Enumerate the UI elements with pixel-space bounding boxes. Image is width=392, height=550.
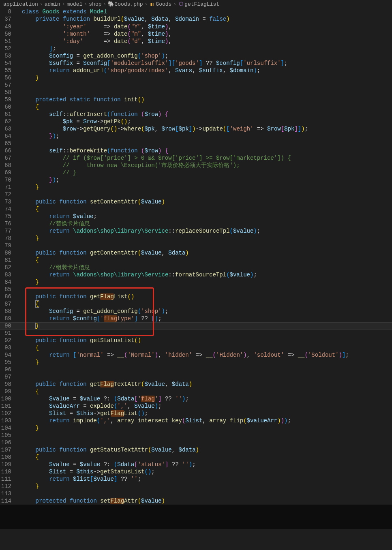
code-line[interactable]: 101 $valueArr = explode(',', $value); [0,402,392,410]
code-content[interactable]: $row->getQuery()->where($pk, $row[$pk])-… [22,125,392,133]
code-content[interactable] [22,89,392,96]
fold-gutter[interactable] [16,388,22,395]
fold-gutter[interactable] [16,308,22,315]
code-content[interactable]: }); [22,133,392,140]
code-line[interactable]: 94 return ['normal' => __('Normal'), 'hi… [0,351,392,359]
code-line[interactable]: 82 //组装卡片信息 [0,264,392,271]
code-line[interactable]: 37 private function buildUrl($value, $da… [0,15,392,23]
line-number[interactable]: 91 [0,330,16,337]
fold-gutter[interactable] [16,96,22,103]
line-number[interactable]: 66 [0,147,16,154]
code-content[interactable]: return addon_url('shop/goods/index', $va… [22,67,392,74]
code-content[interactable]: { [22,388,392,395]
code-line[interactable]: 56 } [0,74,392,81]
fold-gutter[interactable] [16,118,22,125]
code-line[interactable]: 84 } [0,278,392,286]
fold-gutter[interactable] [16,67,22,74]
fold-gutter[interactable] [16,169,22,176]
fold-gutter[interactable] [16,52,22,60]
code-content[interactable]: self::beforeWrite(function ($row) { [22,147,392,154]
code-line[interactable]: 96 [0,366,392,373]
fold-gutter[interactable] [16,8,22,15]
code-line[interactable]: 8class Goods extends Model [0,8,392,15]
code-content[interactable]: $config = get_addon_config('shop'); [22,308,392,315]
line-number[interactable]: 77 [0,227,16,235]
fold-gutter[interactable] [16,103,22,111]
fold-gutter[interactable] [16,89,22,96]
code-content[interactable]: return $config['flagtype'] ?? []; [22,315,392,322]
code-line[interactable]: 97 [0,373,392,381]
fold-gutter[interactable] [16,293,22,300]
code-body[interactable]: 49 ':year' => date("Y", $time),50 ':mont… [0,23,392,505]
code-content[interactable]: public function getContentAttr($value, $… [22,249,392,257]
code-line[interactable]: 52 ]; [0,45,392,52]
code-line[interactable]: 90 } [0,322,392,330]
fold-gutter[interactable] [16,249,22,257]
line-number[interactable]: 56 [0,74,16,81]
fold-gutter[interactable] [16,300,22,308]
line-number[interactable]: 81 [0,257,16,264]
fold-gutter[interactable] [16,15,22,23]
fold-gutter[interactable] [16,490,22,497]
line-number[interactable]: 110 [0,468,16,475]
line-number[interactable]: 99 [0,388,16,395]
fold-gutter[interactable] [16,154,22,162]
code-content[interactable]: public function getFlagTextAttr($value, … [22,381,392,388]
code-content[interactable]: { [22,205,392,213]
code-content[interactable]: } [22,74,392,81]
line-number[interactable]: 104 [0,424,16,432]
line-number[interactable]: 113 [0,490,16,497]
code-line[interactable]: 93 { [0,344,392,351]
line-number[interactable]: 61 [0,111,16,118]
code-content[interactable]: $config = get_addon_config('shop'); [22,52,392,60]
code-content[interactable]: // throw new \Exception('市场价格必须大于实际价格'); [22,162,392,169]
code-line[interactable]: 105 [0,432,392,439]
line-number[interactable]: 8 [0,8,16,15]
code-line[interactable]: 80 public function getContentAttr($value… [0,249,392,257]
code-line[interactable]: 98 public function getFlagTextAttr($valu… [0,381,392,388]
code-line[interactable]: 110 $list = $this->getStatusList(); [0,468,392,475]
line-number[interactable]: 87 [0,300,16,308]
code-content[interactable]: return implode(',', array_intersect_key(… [22,417,392,424]
fold-gutter[interactable] [16,446,22,454]
fold-gutter[interactable] [16,133,22,140]
code-content[interactable]: } [22,424,392,432]
code-content[interactable] [22,366,392,373]
code-content[interactable]: } [22,235,392,242]
code-content[interactable]: return ['normal' => __('Normal'), 'hidde… [22,351,392,359]
fold-gutter[interactable] [16,184,22,191]
code-content[interactable]: return \addons\shop\library\Service::for… [22,271,392,278]
code-content[interactable] [22,490,392,497]
code-line[interactable]: 67 // if ($row['price'] > 0 && $row['pri… [0,154,392,162]
fold-gutter[interactable] [16,38,22,45]
line-number[interactable]: 50 [0,30,16,38]
code-line[interactable]: 50 ':month' => date("m", $time), [0,30,392,38]
code-line[interactable]: 87 { [0,300,392,308]
code-line[interactable]: 86 public function getFlagList() [0,293,392,300]
code-content[interactable]: public function getStatusTextAttr($value… [22,446,392,454]
fold-gutter[interactable] [16,359,22,366]
code-content[interactable]: $list = $this->getStatusList(); [22,468,392,475]
line-number[interactable]: 49 [0,23,16,30]
code-content[interactable]: $suffix = $config['moduleurlsuffix']['go… [22,60,392,67]
fold-gutter[interactable] [16,351,22,359]
line-number[interactable]: 97 [0,373,16,381]
line-number[interactable]: 65 [0,140,16,147]
code-line[interactable]: 77 return \addons\shop\library\Service::… [0,227,392,235]
code-line[interactable]: 74 { [0,205,392,213]
fold-gutter[interactable] [16,271,22,278]
code-content[interactable]: ':month' => date("m", $time), [22,30,392,38]
fold-gutter[interactable] [16,475,22,483]
fold-gutter[interactable] [16,242,22,249]
line-number[interactable]: 100 [0,395,16,402]
code-line[interactable]: 53 $config = get_addon_config('shop'); [0,52,392,60]
code-line[interactable]: 71 } [0,184,392,191]
fold-gutter[interactable] [16,125,22,133]
fold-gutter[interactable] [16,176,22,184]
fold-gutter[interactable] [16,381,22,388]
line-number[interactable]: 94 [0,351,16,359]
breadcrumb-item[interactable]: ◧Goods [149,1,171,7]
fold-gutter[interactable] [16,366,22,373]
line-number[interactable]: 53 [0,52,16,60]
line-number[interactable]: 72 [0,191,16,198]
